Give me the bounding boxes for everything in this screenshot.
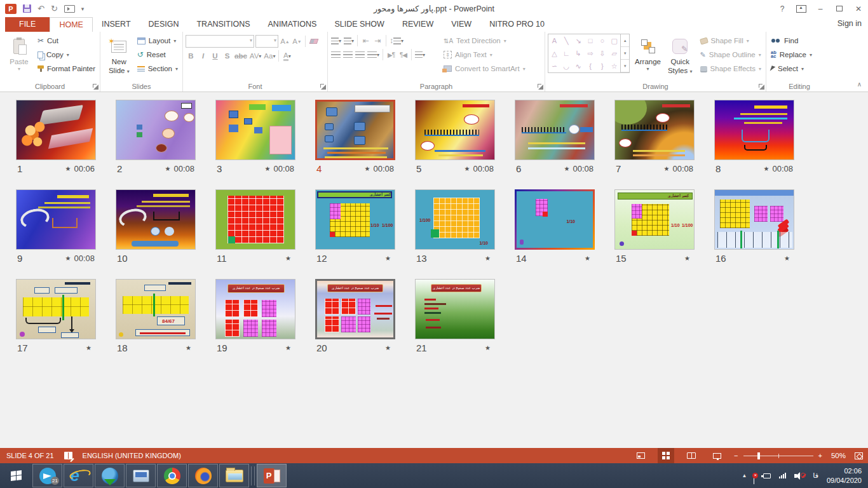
tab-review[interactable]: REVIEW (393, 17, 442, 32)
font-size-combo[interactable] (255, 35, 278, 48)
slide-3-thumbnail[interactable] (215, 100, 295, 160)
slide-18-thumbnail[interactable]: 84/67 (116, 279, 196, 339)
replace-button[interactable]: abacReplace▾ (769, 48, 830, 62)
start-button[interactable] (0, 463, 32, 488)
slide-2-thumbnail[interactable] (116, 100, 196, 160)
taskbar-telegram-button[interactable]: 21 (32, 464, 62, 487)
font-name-combo[interactable] (186, 35, 254, 48)
slide-4-thumbnail[interactable] (315, 100, 395, 160)
reset-button[interactable]: ↺Reset (135, 48, 180, 62)
slide-cell-1[interactable]: 1★00:06 (16, 100, 96, 174)
slide-cell-11[interactable]: 11★ (215, 189, 295, 264)
justify-button[interactable]: ▾ (367, 49, 380, 60)
slide-cell-6[interactable]: 6★00:08 (515, 100, 595, 174)
network-signal-icon[interactable] (779, 473, 786, 478)
start-from-beginning-icon[interactable] (64, 5, 75, 13)
tab-insert[interactable]: INSERT (93, 17, 140, 32)
strikethrough-button[interactable]: abc (234, 50, 248, 62)
slide-cell-14[interactable]: 1/10 14★ (515, 189, 595, 264)
zoom-in-icon[interactable]: + (818, 452, 822, 459)
clock[interactable]: 02:06 09/04/2020 (827, 466, 862, 485)
clear-formatting-button[interactable] (308, 36, 319, 47)
numbering-button[interactable]: ▾ (343, 35, 355, 46)
text-direction-button[interactable]: ⇅AText Direction▾ (442, 34, 527, 48)
italic-button[interactable]: I (198, 50, 208, 62)
align-center-button[interactable] (342, 49, 353, 60)
slide-cell-4-selected[interactable]: 4★00:08 (315, 100, 395, 174)
taskbar-firefox-button[interactable] (188, 464, 218, 487)
reading-view-button[interactable] (683, 448, 700, 463)
tab-view[interactable]: VIEW (442, 17, 480, 32)
decrease-indent-button[interactable]: ⇤ (360, 35, 371, 46)
bold-button[interactable]: B (186, 50, 196, 62)
help-icon[interactable]: ? (773, 0, 792, 17)
shape-rounded-rectangle-icon[interactable]: ▢ (611, 37, 618, 45)
slide-9-thumbnail[interactable] (16, 189, 96, 250)
shape-curve-icon[interactable]: ∿ (576, 62, 581, 71)
increase-indent-button[interactable]: ⇥ (372, 35, 383, 46)
slide-cell-3[interactable]: 3★00:08 (215, 100, 295, 174)
format-painter-button[interactable]: Format Painter (36, 62, 97, 76)
zoom-percentage[interactable]: 50% (831, 452, 846, 459)
language-indicator[interactable]: ENGLISH (UNITED KINGDOM) (83, 452, 181, 459)
shapes-scroll-up-icon[interactable]: ▲ (621, 34, 629, 47)
slide-16-thumbnail[interactable] (714, 189, 794, 250)
zoom-slider-thumb[interactable] (757, 452, 760, 459)
shape-arrow-icon[interactable]: ↘ (576, 37, 581, 45)
zoom-slider[interactable] (743, 456, 813, 456)
shrink-font-button[interactable]: A▼ (292, 36, 302, 47)
slide-cell-21[interactable]: ضرب عدد صحيح در عدد اعشاري 21★ (415, 279, 495, 353)
select-button[interactable]: Select▾ (769, 62, 830, 76)
shapes-gallery-scrollbar[interactable]: ▲ ▼ ▼ (620, 34, 629, 72)
copy-button[interactable]: Copy▾ (36, 48, 97, 62)
drawing-dialog-launcher[interactable] (758, 83, 764, 90)
customize-qat-icon[interactable]: ▾ (81, 6, 85, 12)
shape-textbox-icon[interactable]: A (552, 37, 557, 44)
slide-cell-13[interactable]: 1/1001/10 13★ (415, 189, 495, 264)
slide-cell-12[interactable]: كسر اعشاري1/101/100 12★ (315, 189, 395, 264)
line-spacing-button[interactable]: ↕▾ (389, 35, 404, 46)
minimize-button[interactable]: – (811, 0, 830, 17)
shape-rectangle-icon[interactable]: □ (588, 37, 593, 44)
taskbar-remote-keyboard-button[interactable] (126, 464, 156, 487)
taskbar-download-manager-button[interactable] (95, 464, 125, 487)
shape-right-arrow-icon[interactable]: ⇨ (587, 50, 593, 58)
change-case-button[interactable]: Aa▾ (263, 50, 276, 62)
slide-cell-19[interactable]: ضرب عدد صحيح در عدد اعشاري 19★ (215, 279, 295, 353)
shape-arc-icon[interactable]: ◡ (563, 62, 569, 71)
sign-in-link[interactable]: Sign in (837, 19, 862, 28)
cut-button[interactable]: ✂Cut (36, 34, 97, 48)
section-button[interactable]: Section▾ (135, 62, 180, 76)
slide-cell-2[interactable]: 2★00:08 (116, 100, 196, 174)
slide-12-thumbnail[interactable]: كسر اعشاري1/101/100 (315, 189, 395, 250)
shape-effects-button[interactable]: Shape Effects▾ (698, 62, 763, 76)
font-color-button[interactable]: A▾ (281, 50, 292, 62)
shapes-scroll-down-icon[interactable]: ▼ (621, 47, 629, 60)
shape-fill-button[interactable]: Shape Fill▾ (698, 34, 763, 48)
slide-cell-5[interactable]: 5★00:08 (415, 100, 495, 174)
find-button[interactable]: Find (769, 34, 830, 48)
slide-cell-9[interactable]: 9★00:08 (16, 189, 96, 264)
slide-8-thumbnail[interactable] (714, 100, 794, 160)
shape-right-brace-icon[interactable]: } (601, 62, 604, 70)
power-icon[interactable] (763, 473, 771, 478)
close-button[interactable]: ✕ (849, 0, 868, 17)
slide-19-thumbnail[interactable]: ضرب عدد صحيح در عدد اعشاري (215, 279, 295, 339)
shape-star-icon[interactable]: ☆ (611, 62, 618, 71)
underline-button[interactable]: U (210, 50, 220, 62)
tab-file[interactable]: FILE (5, 17, 50, 32)
align-right-button[interactable] (355, 49, 365, 60)
slide-21-thumbnail[interactable]: ضرب عدد صحيح در عدد اعشاري (415, 279, 495, 339)
shapes-gallery-more-icon[interactable]: ▼ (621, 60, 629, 72)
fit-slide-to-window-icon[interactable] (855, 452, 863, 459)
slide-show-button[interactable] (709, 448, 725, 463)
slide-6-thumbnail[interactable] (515, 100, 595, 160)
grow-font-button[interactable]: A▲ (280, 36, 290, 47)
slide-cell-16[interactable]: 16★ (714, 189, 794, 264)
taskbar-file-explorer-button[interactable] (219, 464, 249, 487)
shape-elbow-arrow-icon[interactable]: ↳ (576, 50, 581, 58)
slide-15-thumbnail[interactable]: كسر اعشاري1/101/100 (614, 189, 695, 250)
columns-button[interactable]: ▾ (414, 49, 426, 60)
shape-left-brace-icon[interactable]: { (589, 62, 592, 70)
slide-cell-10[interactable]: 10 (116, 189, 196, 264)
